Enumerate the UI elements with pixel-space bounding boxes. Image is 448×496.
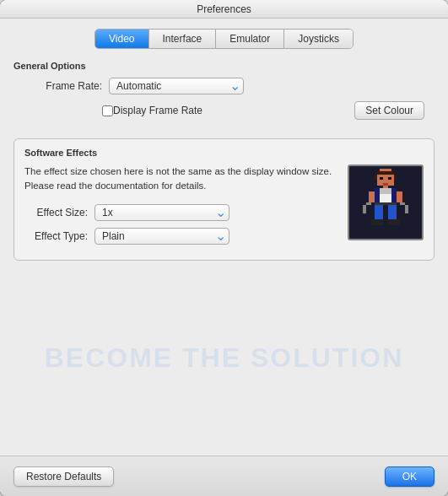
- svg-rect-1: [380, 169, 391, 171]
- svg-rect-2: [377, 171, 394, 174]
- tab-video[interactable]: Video: [95, 30, 148, 48]
- svg-rect-21: [400, 202, 406, 205]
- svg-rect-10: [375, 188, 381, 202]
- titlebar: Preferences: [0, 0, 448, 19]
- svg-rect-19: [397, 191, 402, 202]
- svg-rect-13: [375, 202, 397, 205]
- window-content: Video Interface Emulator Joysticks Gener…: [0, 19, 448, 456]
- preferences-window: Preferences Video Interface Emulator Joy…: [0, 0, 448, 496]
- watermark-area: Become The Solution: [13, 261, 435, 456]
- effects-note: The effect size chosen here is not the s…: [24, 164, 337, 194]
- effect-type-label: Effect Type:: [24, 230, 88, 242]
- svg-rect-18: [369, 191, 375, 202]
- svg-rect-22: [363, 205, 365, 213]
- svg-rect-15: [388, 205, 397, 219]
- svg-rect-12: [380, 188, 391, 194]
- effect-size-label: Effect Size:: [24, 207, 88, 218]
- svg-rect-23: [405, 205, 408, 213]
- effect-type-select-wrapper: Plain Scanlines TV Mode ⌄: [94, 228, 229, 245]
- frame-rate-row: Frame Rate: Automatic 50Hz 60Hz ⌄: [13, 78, 435, 94]
- display-frame-rate-checkbox[interactable]: [102, 105, 113, 116]
- svg-rect-4: [394, 175, 397, 181]
- frame-rate-label: Frame Rate:: [30, 80, 102, 92]
- frame-rate-select-wrapper: Automatic 50Hz 60Hz ⌄: [109, 78, 244, 94]
- svg-rect-8: [383, 186, 389, 188]
- svg-rect-20: [366, 202, 372, 205]
- svg-rect-16: [371, 219, 382, 225]
- svg-rect-7: [383, 183, 389, 186]
- software-effects-section: Software Effects The effect size chosen …: [13, 138, 435, 261]
- effect-type-select[interactable]: Plain Scanlines TV Mode: [94, 228, 229, 245]
- effect-type-row: Effect Type: Plain Scanlines TV Mode ⌄: [24, 228, 337, 245]
- sprite-preview-area: [348, 164, 424, 251]
- svg-rect-11: [391, 188, 397, 202]
- bottom-bar: Restore Defaults OK: [0, 456, 448, 496]
- svg-rect-14: [375, 205, 383, 219]
- svg-rect-3: [375, 175, 377, 181]
- tab-interface[interactable]: Interface: [149, 30, 217, 48]
- set-colour-button[interactable]: Set Colour: [354, 101, 424, 120]
- effect-size-row: Effect Size: 1x 2x 3x 4x ⌄: [24, 204, 337, 221]
- display-frame-rate-label[interactable]: Display Frame Rate: [113, 105, 202, 116]
- general-options-label: General Options: [13, 61, 435, 71]
- svg-rect-17: [388, 219, 399, 225]
- window-title: Preferences: [197, 3, 251, 15]
- sprite-svg: [356, 169, 415, 236]
- effect-size-select-wrapper: 1x 2x 3x 4x ⌄: [94, 204, 229, 221]
- effects-inner: The effect size chosen here is not the s…: [24, 164, 424, 251]
- watermark-text: Become The Solution: [45, 342, 404, 374]
- tab-container: Video Interface Emulator Joysticks: [94, 29, 354, 49]
- software-effects-label: Software Effects: [24, 148, 424, 158]
- tab-bar: Video Interface Emulator Joysticks: [13, 29, 435, 49]
- sprite-preview: [348, 164, 424, 240]
- general-options-section: General Options Frame Rate: Automatic 50…: [13, 61, 435, 125]
- effect-size-select[interactable]: 1x 2x 3x 4x: [94, 204, 229, 221]
- frame-rate-select[interactable]: Automatic 50Hz 60Hz: [109, 78, 244, 94]
- ok-button[interactable]: OK: [385, 466, 435, 487]
- tab-emulator[interactable]: Emulator: [216, 30, 284, 48]
- svg-rect-6: [388, 177, 391, 180]
- svg-rect-5: [380, 177, 382, 180]
- tab-joysticks[interactable]: Joysticks: [284, 30, 353, 48]
- effects-left: The effect size chosen here is not the s…: [24, 164, 337, 251]
- restore-defaults-button[interactable]: Restore Defaults: [13, 466, 114, 487]
